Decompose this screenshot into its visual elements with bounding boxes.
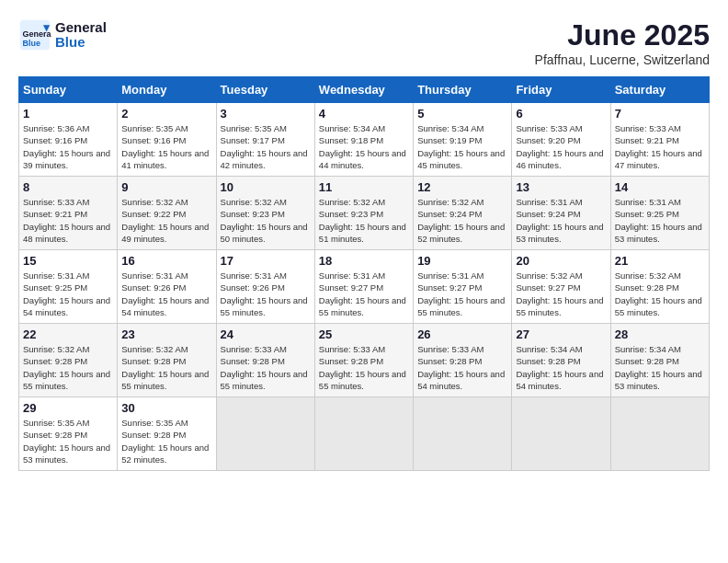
col-monday: Monday (118, 77, 216, 103)
calendar-table: Sunday Monday Tuesday Wednesday Thursday… (18, 76, 710, 471)
calendar-cell: 5Sunrise: 5:34 AM Sunset: 9:19 PM Daylig… (414, 103, 512, 177)
day-number: 24 (221, 327, 311, 341)
day-info: Sunrise: 5:32 AM Sunset: 9:28 PM Dayligh… (23, 343, 113, 392)
col-thursday: Thursday (414, 77, 512, 103)
day-number: 19 (417, 254, 507, 268)
calendar-cell: 24Sunrise: 5:33 AM Sunset: 9:28 PM Dayli… (216, 324, 314, 397)
svg-text:Blue: Blue (23, 39, 41, 48)
day-number: 29 (23, 401, 113, 415)
calendar-cell: 3Sunrise: 5:35 AM Sunset: 9:17 PM Daylig… (216, 103, 314, 177)
col-sunday: Sunday (19, 77, 118, 103)
col-friday: Friday (512, 77, 610, 103)
calendar-week-2: 15Sunrise: 5:31 AM Sunset: 9:25 PM Dayli… (19, 250, 710, 324)
day-info: Sunrise: 5:31 AM Sunset: 9:25 PM Dayligh… (615, 196, 705, 245)
day-number: 20 (516, 254, 606, 268)
calendar-cell (610, 397, 709, 471)
day-number: 11 (319, 180, 409, 194)
calendar-cell: 19Sunrise: 5:31 AM Sunset: 9:27 PM Dayli… (414, 250, 512, 324)
col-saturday: Saturday (610, 77, 709, 103)
calendar-cell: 23Sunrise: 5:32 AM Sunset: 9:28 PM Dayli… (118, 324, 216, 397)
day-info: Sunrise: 5:33 AM Sunset: 9:28 PM Dayligh… (221, 343, 311, 392)
calendar-cell: 22Sunrise: 5:32 AM Sunset: 9:28 PM Dayli… (19, 324, 118, 397)
calendar-cell (314, 397, 413, 471)
day-info: Sunrise: 5:34 AM Sunset: 9:28 PM Dayligh… (615, 343, 705, 392)
day-number: 14 (615, 180, 705, 194)
calendar-cell: 6Sunrise: 5:33 AM Sunset: 9:20 PM Daylig… (512, 103, 610, 177)
calendar-cell: 10Sunrise: 5:32 AM Sunset: 9:23 PM Dayli… (216, 177, 314, 250)
calendar-cell: 12Sunrise: 5:32 AM Sunset: 9:24 PM Dayli… (414, 177, 512, 250)
logo-icon: General Blue (18, 18, 51, 52)
logo: General Blue General Blue (18, 18, 107, 52)
day-number: 4 (319, 107, 409, 121)
calendar-cell (216, 397, 314, 471)
day-info: Sunrise: 5:32 AM Sunset: 9:24 PM Dayligh… (417, 196, 507, 245)
calendar-week-0: 1Sunrise: 5:36 AM Sunset: 9:16 PM Daylig… (19, 103, 710, 177)
day-info: Sunrise: 5:34 AM Sunset: 9:19 PM Dayligh… (417, 122, 507, 171)
day-number: 15 (23, 254, 113, 268)
day-info: Sunrise: 5:33 AM Sunset: 9:28 PM Dayligh… (417, 343, 507, 392)
day-number: 6 (516, 107, 606, 121)
col-wednesday: Wednesday (314, 77, 413, 103)
calendar-title: June 2025 (535, 18, 710, 52)
day-info: Sunrise: 5:32 AM Sunset: 9:28 PM Dayligh… (615, 270, 705, 318)
day-number: 27 (516, 327, 606, 341)
calendar-week-4: 29Sunrise: 5:35 AM Sunset: 9:28 PM Dayli… (19, 397, 710, 471)
day-number: 5 (417, 107, 507, 121)
calendar-cell: 18Sunrise: 5:31 AM Sunset: 9:27 PM Dayli… (314, 250, 413, 324)
day-number: 23 (121, 327, 211, 341)
day-info: Sunrise: 5:32 AM Sunset: 9:23 PM Dayligh… (221, 196, 311, 245)
calendar-week-1: 8Sunrise: 5:33 AM Sunset: 9:21 PM Daylig… (19, 177, 710, 250)
calendar-cell: 8Sunrise: 5:33 AM Sunset: 9:21 PM Daylig… (19, 177, 118, 250)
calendar-cell: 17Sunrise: 5:31 AM Sunset: 9:26 PM Dayli… (216, 250, 314, 324)
day-number: 3 (221, 107, 311, 121)
day-info: Sunrise: 5:36 AM Sunset: 9:16 PM Dayligh… (23, 122, 113, 171)
day-info: Sunrise: 5:35 AM Sunset: 9:16 PM Dayligh… (121, 122, 211, 171)
day-number: 17 (221, 254, 311, 268)
day-number: 22 (23, 327, 113, 341)
calendar-cell: 30Sunrise: 5:35 AM Sunset: 9:28 PM Dayli… (118, 397, 216, 471)
day-info: Sunrise: 5:31 AM Sunset: 9:27 PM Dayligh… (319, 270, 409, 318)
day-number: 1 (23, 107, 113, 121)
page-container: General Blue General Blue June 2025 Pfaf… (18, 18, 710, 471)
day-info: Sunrise: 5:32 AM Sunset: 9:27 PM Dayligh… (516, 270, 606, 318)
day-info: Sunrise: 5:31 AM Sunset: 9:26 PM Dayligh… (121, 270, 211, 318)
logo-text: General Blue (55, 20, 107, 51)
calendar-cell: 26Sunrise: 5:33 AM Sunset: 9:28 PM Dayli… (414, 324, 512, 397)
day-info: Sunrise: 5:33 AM Sunset: 9:21 PM Dayligh… (615, 122, 705, 171)
day-number: 28 (615, 327, 705, 341)
day-info: Sunrise: 5:31 AM Sunset: 9:25 PM Dayligh… (23, 270, 113, 318)
calendar-cell: 2Sunrise: 5:35 AM Sunset: 9:16 PM Daylig… (118, 103, 216, 177)
calendar-week-3: 22Sunrise: 5:32 AM Sunset: 9:28 PM Dayli… (19, 324, 710, 397)
calendar-cell: 25Sunrise: 5:33 AM Sunset: 9:28 PM Dayli… (314, 324, 413, 397)
day-info: Sunrise: 5:33 AM Sunset: 9:20 PM Dayligh… (516, 122, 606, 171)
day-info: Sunrise: 5:31 AM Sunset: 9:27 PM Dayligh… (417, 270, 507, 318)
calendar-cell: 20Sunrise: 5:32 AM Sunset: 9:27 PM Dayli… (512, 250, 610, 324)
calendar-cell: 16Sunrise: 5:31 AM Sunset: 9:26 PM Dayli… (118, 250, 216, 324)
day-number: 21 (615, 254, 705, 268)
day-info: Sunrise: 5:35 AM Sunset: 9:17 PM Dayligh… (221, 122, 311, 171)
day-info: Sunrise: 5:35 AM Sunset: 9:28 PM Dayligh… (121, 417, 211, 465)
calendar-cell: 15Sunrise: 5:31 AM Sunset: 9:25 PM Dayli… (19, 250, 118, 324)
day-info: Sunrise: 5:31 AM Sunset: 9:24 PM Dayligh… (516, 196, 606, 245)
calendar-cell: 4Sunrise: 5:34 AM Sunset: 9:18 PM Daylig… (314, 103, 413, 177)
calendar-cell (512, 397, 610, 471)
day-info: Sunrise: 5:33 AM Sunset: 9:21 PM Dayligh… (23, 196, 113, 245)
day-number: 7 (615, 107, 705, 121)
calendar-cell: 9Sunrise: 5:32 AM Sunset: 9:22 PM Daylig… (118, 177, 216, 250)
day-number: 26 (417, 327, 507, 341)
day-info: Sunrise: 5:34 AM Sunset: 9:28 PM Dayligh… (516, 343, 606, 392)
day-info: Sunrise: 5:33 AM Sunset: 9:28 PM Dayligh… (319, 343, 409, 392)
day-number: 8 (23, 180, 113, 194)
day-info: Sunrise: 5:32 AM Sunset: 9:22 PM Dayligh… (121, 196, 211, 245)
calendar-cell: 21Sunrise: 5:32 AM Sunset: 9:28 PM Dayli… (610, 250, 709, 324)
calendar-cell: 13Sunrise: 5:31 AM Sunset: 9:24 PM Dayli… (512, 177, 610, 250)
day-number: 16 (121, 254, 211, 268)
col-tuesday: Tuesday (216, 77, 314, 103)
day-number: 25 (319, 327, 409, 341)
header-row: Sunday Monday Tuesday Wednesday Thursday… (19, 77, 710, 103)
day-number: 30 (121, 401, 211, 415)
day-number: 2 (121, 107, 211, 121)
svg-text:General: General (23, 29, 52, 39)
day-number: 10 (221, 180, 311, 194)
calendar-subtitle: Pfaffnau, Lucerne, Switzerland (535, 52, 710, 67)
